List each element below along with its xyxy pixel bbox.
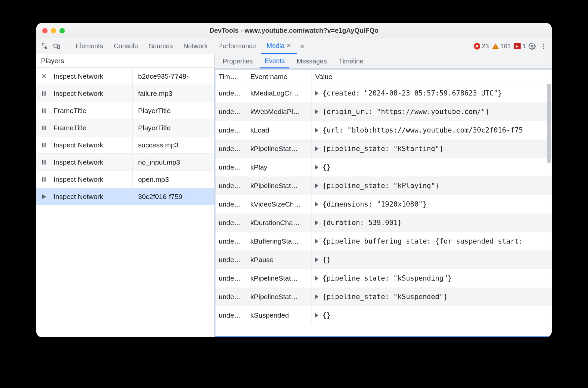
column-header-ts[interactable]: Tim… (215, 69, 247, 84)
close-window-button[interactable] (42, 28, 48, 33)
event-row[interactable]: unde…kPipelineStat…{pipeline_state: "kSu… (215, 288, 552, 306)
event-value[interactable]: {url: "blob:https://www.youtube.com/30c2… (312, 121, 552, 139)
player-title: no_input.mp3 (133, 158, 214, 166)
disclosure-triangle-icon[interactable] (315, 109, 318, 114)
player-row[interactable]: Inspect Networkfailure.mp3 (36, 85, 214, 102)
tab-media[interactable]: Media✕ (261, 38, 297, 54)
event-value-text: {duration: 539.901} (322, 219, 402, 227)
event-timestamp: unde… (215, 176, 247, 195)
disclosure-triangle-icon[interactable] (315, 91, 318, 96)
player-row[interactable]: Inspect Networkopen.mp3 (36, 171, 214, 188)
event-row[interactable]: unde…kPipelineStat…{pipeline_state: "kSt… (215, 139, 552, 158)
disclosure-triangle-icon[interactable] (315, 183, 318, 188)
issues-counter[interactable]: ▸ 1 (514, 43, 526, 50)
svg-rect-10 (45, 108, 46, 113)
player-frame: Inspect Network (52, 188, 133, 205)
event-name: kPipelineStat… (247, 176, 312, 195)
disclosure-triangle-icon[interactable] (315, 313, 318, 318)
warnings-counter[interactable]: 161 (492, 43, 511, 50)
disclosure-triangle-icon[interactable] (315, 257, 318, 262)
event-value[interactable]: {pipeline_state: "kSuspending"} (312, 269, 552, 288)
subtab-timeline[interactable]: Timeline (334, 54, 368, 68)
event-name: kMediaLogCr… (247, 84, 312, 102)
event-value[interactable]: {} (312, 306, 552, 325)
event-row[interactable]: unde…kPlay{} (215, 158, 552, 176)
player-frame: Inspect Network (52, 85, 133, 102)
settings-button[interactable] (527, 41, 537, 51)
event-value[interactable]: {pipeline_state: "kSuspended"} (312, 288, 552, 306)
disclosure-triangle-icon[interactable] (315, 239, 318, 244)
event-row[interactable]: unde…kWebMediaPl…{origin_url: "https://w… (215, 102, 552, 121)
event-row[interactable]: unde…kDurationCha…{duration: 539.901} (215, 213, 552, 232)
tab-sources[interactable]: Sources (143, 38, 178, 54)
minimize-window-button[interactable] (51, 28, 56, 33)
event-row[interactable]: unde…kMediaLogCr…{created: "2024-08-23 0… (215, 84, 552, 102)
issue-icon: ▸ (514, 43, 521, 49)
tab-console[interactable]: Console (108, 38, 143, 54)
player-row[interactable]: FrameTitlePlayerTitle (36, 102, 214, 119)
disclosure-triangle-icon[interactable] (315, 146, 318, 151)
disclosure-triangle-icon[interactable] (315, 165, 318, 170)
subtab-events[interactable]: Events (260, 54, 289, 68)
column-header-name[interactable]: Event name (247, 69, 312, 84)
subtab-messages[interactable]: Messages (292, 54, 331, 68)
tab-network[interactable]: Network (178, 38, 213, 54)
event-row[interactable]: unde…kLoad{url: "blob:https://www.youtub… (215, 121, 552, 139)
paused-icon (36, 159, 52, 166)
player-row[interactable]: Inspect Network30c2f016-f759- (36, 188, 214, 205)
event-value[interactable]: {} (312, 158, 552, 176)
event-value-text: {dimensions: "1920x1080"} (322, 200, 427, 208)
event-value[interactable]: {pipeline_state: "kStarting"} (312, 139, 552, 158)
tab-performance[interactable]: Performance (213, 38, 262, 54)
event-timestamp: unde… (215, 121, 247, 139)
event-name: kPlay (247, 158, 312, 176)
event-row[interactable]: unde…kBufferingSta…{pipeline_buffering_s… (215, 232, 552, 251)
disclosure-triangle-icon[interactable] (315, 202, 318, 207)
disclosure-triangle-icon[interactable] (315, 294, 318, 299)
event-value[interactable]: {duration: 539.901} (312, 213, 552, 232)
tab-elements[interactable]: Elements (70, 38, 108, 54)
column-header-value[interactable]: Value (312, 69, 552, 84)
event-row[interactable]: unde…kSuspended{} (215, 306, 552, 325)
event-value-text: {pipeline_buffering_state: {for_suspende… (322, 237, 523, 245)
event-name: kLoad (247, 121, 312, 139)
event-timestamp: unde… (215, 213, 247, 232)
event-value[interactable]: {origin_url: "https://www.youtube.com/"} (312, 102, 552, 121)
zoom-window-button[interactable] (59, 28, 65, 33)
event-value[interactable]: {} (312, 251, 552, 269)
event-row[interactable]: unde…kPipelineStat…{pipeline_state: "kPl… (215, 176, 552, 195)
player-row[interactable]: Inspect Networkno_input.mp3 (36, 154, 214, 171)
event-timestamp: unde… (215, 195, 247, 213)
disclosure-triangle-icon[interactable] (315, 220, 318, 225)
player-title: b2dce935-7748- (133, 72, 214, 80)
events-grid[interactable]: Tim…Event nameValueunde…kMediaLogCr…{cre… (215, 69, 552, 337)
errors-counter[interactable]: ✕ 23 (474, 43, 489, 50)
close-tab-icon[interactable]: ✕ (286, 42, 291, 49)
paused-icon (36, 176, 52, 183)
event-value-text: {created: "2024-08-23 05:57:59.678623 UT… (322, 89, 502, 97)
event-name: kPause (247, 251, 312, 269)
player-row[interactable]: FrameTitlePlayerTitle (36, 119, 214, 136)
disclosure-triangle-icon[interactable] (315, 276, 318, 281)
event-timestamp: unde… (215, 84, 247, 102)
vertical-scrollbar[interactable] (547, 71, 551, 163)
tab-label: Performance (218, 42, 256, 50)
svg-rect-9 (42, 108, 43, 113)
event-value[interactable]: {pipeline_buffering_state: {for_suspende… (312, 232, 552, 251)
event-value[interactable]: {created: "2024-08-23 05:57:59.678623 UT… (312, 84, 552, 102)
svg-rect-14 (45, 143, 46, 147)
event-row[interactable]: unde…kPipelineStat…{pipeline_state: "kSu… (215, 269, 552, 288)
subtab-properties[interactable]: Properties (218, 54, 257, 68)
event-value[interactable]: {pipeline_state: "kPlaying"} (312, 176, 552, 195)
device-toolbar-icon[interactable] (52, 41, 62, 52)
more-options-button[interactable] (538, 41, 548, 51)
event-row[interactable]: unde…kVideoSizeCh…{dimensions: "1920x108… (215, 195, 552, 213)
disclosure-triangle-icon[interactable] (315, 128, 318, 133)
player-row[interactable]: Inspect Networksuccess.mp3 (36, 136, 214, 154)
event-row[interactable]: unde…kPause{} (215, 251, 552, 269)
inspect-element-icon[interactable] (40, 41, 50, 52)
more-tabs-button[interactable]: » (298, 42, 306, 51)
main-content: Players Inspect Networkb2dce935-7748-Ins… (36, 54, 552, 337)
event-value[interactable]: {dimensions: "1920x1080"} (312, 195, 552, 213)
player-row[interactable]: Inspect Networkb2dce935-7748- (36, 68, 214, 85)
